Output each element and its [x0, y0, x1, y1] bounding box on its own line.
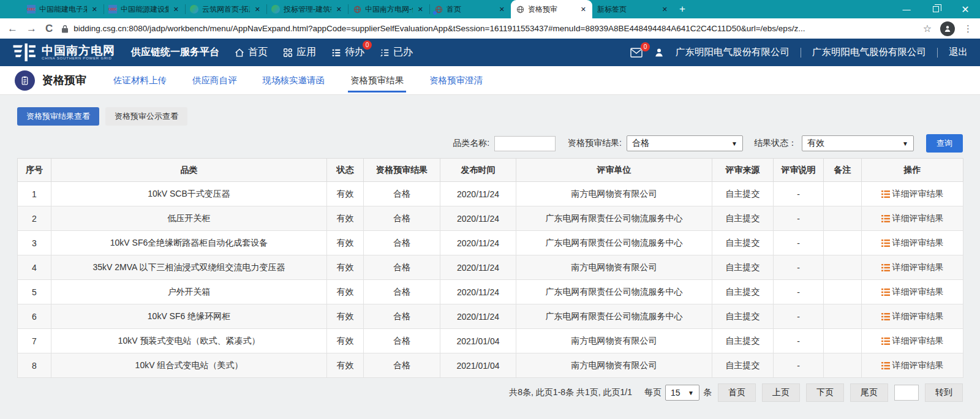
browser-tab-4[interactable]: 投标管理-建筑行业✕: [266, 0, 348, 18]
module-tab-2[interactable]: 供应商自评: [192, 66, 237, 94]
tab-close-icon[interactable]: ✕: [661, 6, 669, 13]
publicity-view-button[interactable]: 资格预审公示查看: [105, 107, 187, 126]
cell-note: -: [774, 280, 824, 304]
browser-tabs: CEEC中国能建电子采购平✕CEEC中国能源建设集团✕云筑网首页-拓展幸✕投标管…: [22, 0, 674, 18]
account-name[interactable]: 广东明阳电气股份有限公司: [812, 46, 926, 59]
table-row: 810kV 组合式变电站（美式）有效合格2021/01/04南方电网物资有限公司…: [18, 353, 963, 378]
tab-close-icon[interactable]: ✕: [91, 6, 99, 13]
logo-subtitle: CHINA SOUTHERN POWER GRID: [42, 56, 115, 60]
browser-profile-avatar[interactable]: [940, 21, 955, 36]
module-tab-1[interactable]: 佐证材料上传: [113, 66, 167, 94]
cell-no: 1: [18, 182, 51, 206]
close-icon[interactable]: ✕: [951, 0, 980, 18]
nav-user[interactable]: [654, 47, 665, 58]
browser-tab-2[interactable]: CEEC中国能源建设集团✕: [104, 0, 185, 18]
browser-tab-1[interactable]: CEEC中国能建电子采购平✕: [22, 0, 104, 18]
result-select[interactable]: 合格 ▼: [627, 135, 743, 151]
detail-result-link[interactable]: 详细评审结果: [881, 238, 944, 249]
detail-result-link[interactable]: 详细评审结果: [881, 287, 944, 298]
category-input[interactable]: [494, 136, 556, 151]
nav-home[interactable]: 首页: [234, 46, 268, 59]
result-view-button[interactable]: 资格预审结果查看: [17, 107, 99, 126]
back-icon[interactable]: ←: [7, 23, 18, 34]
column-header: 品类: [51, 159, 327, 182]
tab-close-icon[interactable]: ✕: [254, 6, 262, 13]
tab-close-icon[interactable]: ✕: [579, 6, 587, 13]
cell-remark: [824, 353, 862, 378]
cell-source: 自主提交: [712, 255, 774, 280]
detail-result-link[interactable]: 详细评审结果: [881, 262, 944, 273]
module-tab-4[interactable]: 资格预审结果: [350, 66, 404, 94]
orange-list-icon: [881, 338, 890, 345]
ceec-favicon: CEEC: [108, 5, 117, 13]
cell-source: 自主提交: [712, 329, 774, 353]
tab-close-icon[interactable]: ✕: [335, 6, 343, 13]
cell-status: 有效: [327, 329, 364, 353]
nav-apps[interactable]: 应用: [282, 46, 316, 59]
last-page-button[interactable]: 尾页: [850, 383, 888, 402]
browser-tab-3[interactable]: 云筑网首页-拓展幸✕: [185, 0, 266, 18]
nav-messages[interactable]: 0: [630, 48, 643, 58]
bookmark-star-icon[interactable]: ☆: [923, 23, 932, 34]
status-select[interactable]: 有效 ▼: [802, 135, 914, 151]
cell-remark: [824, 255, 862, 280]
nav-done[interactable]: 已办: [379, 46, 413, 59]
cell-category: 10kV 组合式变电站（美式）: [51, 353, 327, 378]
nav-todo[interactable]: 待办 0: [331, 46, 364, 59]
logout-link[interactable]: 退出: [949, 46, 968, 59]
query-button[interactable]: 查询: [926, 134, 963, 153]
reload-icon[interactable]: C: [45, 23, 53, 34]
next-page-button[interactable]: 下页: [806, 383, 844, 402]
table-row: 310kV SF6全绝缘断路器柜自动化成套设备有效合格2020/11/24广东电…: [18, 231, 963, 255]
table-row: 110kV SCB干式变压器有效合格2020/11/24南方电网物资有限公司自主…: [18, 182, 963, 206]
nav-home-label: 首页: [248, 46, 268, 59]
table-header-row: 序号品类状态资格预审结果发布时间评审单位评审来源评审说明备注操作: [18, 159, 963, 182]
goto-page-input[interactable]: [894, 385, 919, 401]
separator: [937, 48, 938, 58]
restore-icon[interactable]: [921, 0, 951, 18]
tab-close-icon[interactable]: ✕: [417, 6, 424, 13]
cell-status: 有效: [327, 206, 364, 231]
cell-note: -: [774, 182, 824, 206]
address-bar: ← → C bidding.csg.cn:8080/jadp/workbench…: [0, 18, 980, 39]
cell-action: 详细评审结果: [862, 304, 963, 329]
column-header: 备注: [824, 159, 862, 182]
module-tab-3[interactable]: 现场核实邀请函: [263, 66, 325, 94]
prev-page-button[interactable]: 上页: [762, 383, 800, 402]
cell-remark: [824, 280, 862, 304]
cell-org: 广东电网有限责任公司物流服务中心: [516, 304, 712, 329]
yunzhu-favicon: [190, 5, 198, 13]
browser-tab-6[interactable]: 首页✕: [429, 0, 511, 18]
tab-close-icon[interactable]: ✕: [172, 6, 180, 13]
goto-button[interactable]: 转到: [925, 383, 963, 402]
cell-org: 广东电网有限责任公司物流服务中心: [516, 231, 712, 255]
detail-result-link[interactable]: 详细评审结果: [881, 213, 944, 224]
new-tab-button[interactable]: +: [674, 0, 691, 18]
tab-close-icon[interactable]: ✕: [498, 6, 506, 13]
first-page-button[interactable]: 首页: [718, 383, 756, 402]
cell-source: 自主提交: [712, 304, 774, 329]
forward-icon[interactable]: →: [26, 23, 37, 34]
cell-source: 自主提交: [712, 206, 774, 231]
module-tab-5[interactable]: 资格预审澄清: [429, 66, 483, 94]
cell-result: 合格: [364, 206, 440, 231]
browser-menu-icon[interactable]: ⋮: [963, 23, 973, 34]
cell-result: 合格: [364, 304, 440, 329]
browser-tab-8[interactable]: 新标签页✕: [592, 0, 674, 18]
browser-tab-7[interactable]: 资格预审✕: [511, 0, 592, 18]
per-page-select[interactable]: 15 ▼: [665, 385, 699, 401]
cell-no: 5: [18, 280, 51, 304]
omnibox[interactable]: bidding.csg.cn:8080/jadp/workbench/menu/…: [61, 24, 914, 33]
detail-result-link[interactable]: 详细评审结果: [881, 336, 944, 347]
minimize-icon[interactable]: —: [892, 0, 921, 18]
tab-title: 投标管理-建筑行业: [284, 4, 331, 15]
cell-date: 2020/11/24: [440, 280, 516, 304]
detail-result-link[interactable]: 详细评审结果: [881, 360, 944, 371]
company-name[interactable]: 广东明阳电气股份有限公司: [676, 46, 790, 59]
detail-result-link[interactable]: 详细评审结果: [881, 311, 944, 322]
table-row: 610kV SF6 绝缘环网柜有效合格2020/11/24广东电网有限责任公司物…: [18, 304, 963, 329]
browser-tab-5[interactable]: 中国南方电网-供应✕: [348, 0, 429, 18]
cell-remark: [824, 231, 862, 255]
tab-title: 资格预审: [528, 4, 576, 15]
detail-result-link[interactable]: 详细评审结果: [881, 189, 944, 200]
